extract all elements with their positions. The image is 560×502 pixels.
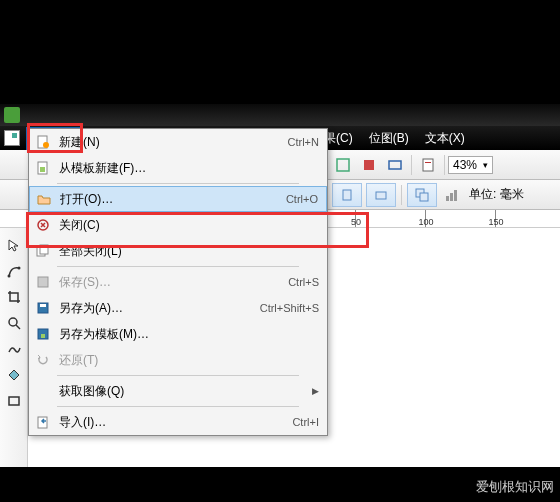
svg-rect-4	[425, 162, 431, 163]
menu-label: 全部关闭(L)	[59, 243, 319, 260]
submenu-arrow-icon: ▶	[312, 386, 319, 396]
svg-rect-0	[337, 159, 349, 171]
menu-bitmap[interactable]: 位图(B)	[361, 127, 417, 150]
menu-item-save: 保存(S)… Ctrl+S	[29, 269, 327, 295]
unit-label: 单位:	[469, 186, 496, 203]
menu-item-save-as[interactable]: 另存为(A)… Ctrl+Shift+S	[29, 295, 327, 321]
folder-open-icon	[34, 190, 54, 208]
freehand-tool[interactable]	[3, 338, 25, 360]
revert-icon	[33, 351, 53, 369]
toolbar-icon[interactable]	[441, 184, 463, 206]
zoom-input[interactable]: 43%▾	[448, 156, 493, 174]
svg-rect-5	[343, 190, 351, 200]
svg-rect-1	[364, 160, 374, 170]
svg-rect-16	[9, 397, 19, 405]
crop-tool[interactable]	[3, 286, 25, 308]
app-icon	[4, 107, 20, 123]
menu-shortcut: Ctrl+I	[292, 416, 319, 428]
menu-label: 获取图像(Q)	[59, 383, 312, 400]
svg-rect-26	[40, 304, 46, 307]
menu-item-open[interactable]: 打开(O)… Ctrl+O	[29, 186, 327, 212]
menu-item-close-all[interactable]: 全部关闭(L)	[29, 238, 327, 264]
svg-point-12	[7, 275, 10, 278]
svg-rect-20	[40, 167, 45, 172]
blank-icon	[33, 382, 53, 400]
menu-shortcut: Ctrl+O	[286, 193, 318, 205]
unit-value[interactable]: 毫米	[500, 186, 524, 203]
svg-rect-10	[450, 193, 453, 201]
shape-tool[interactable]	[3, 260, 25, 282]
snap-button[interactable]	[366, 183, 396, 207]
svg-rect-6	[376, 192, 386, 199]
svg-rect-28	[41, 334, 45, 338]
new-icon	[33, 133, 53, 151]
menu-label: 导入(I)…	[59, 414, 292, 431]
menu-item-import[interactable]: 导入(I)… Ctrl+I	[29, 409, 327, 435]
svg-point-18	[43, 142, 49, 148]
save-icon	[33, 273, 53, 291]
menu-item-save-as-template[interactable]: 另存为模板(M)…	[29, 321, 327, 347]
titlebar	[0, 104, 560, 126]
menu-label: 保存(S)…	[59, 274, 288, 291]
svg-rect-24	[38, 277, 48, 287]
menu-text[interactable]: 文本(X)	[417, 127, 473, 150]
toolbox	[0, 228, 28, 467]
save-template-icon	[33, 325, 53, 343]
rectangle-tool[interactable]	[3, 390, 25, 412]
document-icon[interactable]	[4, 130, 20, 146]
svg-line-15	[16, 325, 20, 329]
toolbar-icon[interactable]	[417, 154, 439, 176]
menu-shortcut: Ctrl+N	[288, 136, 319, 148]
menu-item-close[interactable]: 关闭(C)	[29, 212, 327, 238]
menu-label: 新建(N)	[59, 134, 288, 151]
close-all-icon	[33, 242, 53, 260]
menu-item-new[interactable]: 新建(N) Ctrl+N	[29, 129, 327, 155]
svg-rect-3	[423, 159, 433, 171]
svg-rect-8	[420, 193, 428, 201]
menu-label: 从模板新建(F)…	[59, 160, 319, 177]
save-as-icon	[33, 299, 53, 317]
menu-item-revert: 还原(T)	[29, 347, 327, 373]
menu-label: 打开(O)…	[60, 191, 286, 208]
watermark: 爱刨根知识网	[476, 478, 554, 496]
menu-item-new-from-template[interactable]: 从模板新建(F)…	[29, 155, 327, 181]
menu-shortcut: Ctrl+Shift+S	[260, 302, 319, 314]
menu-shortcut: Ctrl+S	[288, 276, 319, 288]
zoom-tool[interactable]	[3, 312, 25, 334]
toolbar-icon[interactable]	[384, 154, 406, 176]
smart-fill-tool[interactable]	[3, 364, 25, 386]
snap-button[interactable]	[332, 183, 362, 207]
menu-label: 另存为模板(M)…	[59, 326, 319, 343]
file-dropdown-menu: 新建(N) Ctrl+N 从模板新建(F)… 打开(O)… Ctrl+O 关闭(…	[28, 128, 328, 436]
close-icon	[33, 216, 53, 234]
template-icon	[33, 159, 53, 177]
toolbar-icon[interactable]	[332, 154, 354, 176]
svg-point-13	[17, 267, 20, 270]
import-icon	[33, 413, 53, 431]
snap-button[interactable]	[407, 183, 437, 207]
svg-rect-9	[446, 196, 449, 201]
menu-label: 还原(T)	[59, 352, 319, 369]
menu-label: 关闭(C)	[59, 217, 319, 234]
pick-tool[interactable]	[3, 234, 25, 256]
menu-item-acquire-image[interactable]: 获取图像(Q) ▶	[29, 378, 327, 404]
toolbar-icon[interactable]	[358, 154, 380, 176]
svg-rect-23	[40, 245, 48, 254]
menu-label: 另存为(A)…	[59, 300, 260, 317]
svg-point-14	[9, 318, 17, 326]
svg-rect-11	[454, 190, 457, 201]
svg-rect-2	[389, 161, 401, 169]
